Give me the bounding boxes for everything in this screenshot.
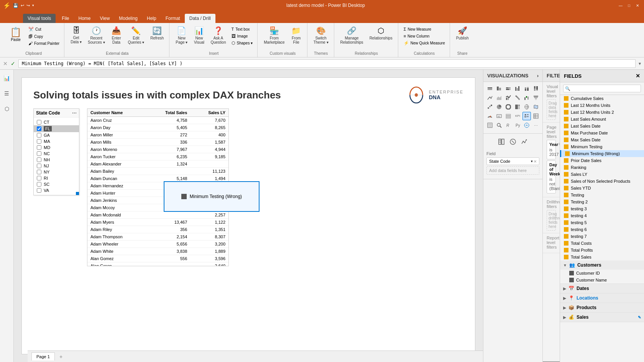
visual-level-drop-zone[interactable]: Drag data fields here	[547, 99, 556, 120]
field-item-last12months-units[interactable]: Last 12 Months Units	[560, 102, 644, 109]
drillthrough-drop-zone[interactable]: Drag drillthrough fields here	[547, 210, 556, 231]
fields-collapse-icon[interactable]: ✕	[636, 73, 640, 79]
tab-home[interactable]: Home	[74, 14, 95, 23]
field-item-testing6[interactable]: testing 6	[560, 226, 644, 233]
visual-tools-tab[interactable]: Visual tools	[23, 14, 56, 23]
viz-stacked-col-icon[interactable]	[522, 84, 531, 93]
slicer-item-fl[interactable]: FL	[34, 125, 79, 132]
shapes-btn[interactable]: ⬡ Shapes ▾	[230, 40, 255, 46]
field-item-testing2[interactable]: Testing 2	[560, 198, 644, 205]
field-item-testing4[interactable]: testing 4	[560, 212, 644, 219]
viz-card-icon[interactable]: 42	[495, 112, 503, 120]
field-chip-dropdown-icon[interactable]: ▾	[531, 159, 533, 163]
col-customer-name[interactable]: Customer Name	[87, 109, 147, 117]
viz-ribbon-icon[interactable]	[513, 93, 522, 102]
slicer-check-fl[interactable]	[37, 126, 41, 131]
viz-100pct-col-icon[interactable]	[532, 84, 540, 93]
new-visual-btn[interactable]: 📊 NewVisual	[191, 25, 207, 46]
field-item-minimum-testing[interactable]: Minimum Testing	[560, 143, 644, 150]
tab-format[interactable]: Format	[161, 14, 185, 23]
viz-matrix-icon[interactable]	[486, 121, 494, 129]
filter-chip-year[interactable]: Year ✕ is 2017	[547, 140, 556, 159]
quick-redo[interactable]: ↪	[26, 3, 30, 8]
field-item-minimum-testing-wrong[interactable]: Minimum Testing (Wrong)	[560, 150, 644, 157]
tab-help[interactable]: Help	[142, 14, 161, 23]
slicer-item-md[interactable]: MD	[34, 144, 79, 151]
viz-filled-map-icon[interactable]	[532, 103, 540, 111]
text-box-btn[interactable]: T Text box	[230, 26, 255, 32]
slicer-item-ri[interactable]: RI	[34, 175, 79, 181]
field-item-max-sales-date[interactable]: Max Sales Date	[560, 136, 644, 143]
slicer-check-nc[interactable]	[37, 151, 41, 156]
sidebar-data-icon[interactable]: ☰	[2, 88, 12, 99]
viz-python-icon[interactable]: Py	[513, 121, 522, 129]
viz-table-icon[interactable]	[532, 112, 540, 120]
field-group-sales-header[interactable]: ▶ 💰 Sales ✎	[560, 313, 644, 322]
viz-line-col-icon[interactable]	[504, 93, 513, 102]
slicer-check-ny[interactable]	[37, 170, 41, 174]
viz-stacked-bar-icon[interactable]	[486, 84, 494, 93]
field-item-sales-ly[interactable]: Sales LY	[560, 171, 644, 178]
field-item-testing5[interactable]: testing 5	[560, 219, 644, 226]
field-item-last12months-units2[interactable]: Last 12 Months Units 2	[560, 109, 644, 116]
col-sales-ly[interactable]: Sales LY	[190, 109, 228, 117]
slicer-check-md[interactable]	[37, 145, 41, 150]
maximize-btn[interactable]: □	[626, 2, 632, 9]
copy-btn[interactable]: 🗐 Copy	[27, 33, 61, 39]
viz-scatter-icon[interactable]	[486, 103, 494, 111]
field-group-products-header[interactable]: ▶ 📦 Products	[560, 303, 644, 312]
paste-btn[interactable]: 📋 Paste	[6, 25, 25, 44]
format-painter-btn[interactable]: 🖌 Format Painter	[27, 40, 61, 46]
add-page-btn[interactable]: +	[56, 352, 66, 361]
viz-arcgis-icon[interactable]	[522, 121, 531, 129]
tab-view[interactable]: View	[95, 14, 115, 23]
slicer-item-nh[interactable]: NH	[34, 157, 79, 163]
slicer-resize-handle[interactable]	[76, 192, 79, 195]
minimize-btn[interactable]: —	[617, 2, 624, 9]
sidebar-report-icon[interactable]: 📊	[2, 73, 12, 84]
formula-cancel-btn[interactable]: ✕	[3, 61, 8, 67]
field-item-sales-non-selected[interactable]: Sales of Non Selected Products	[560, 178, 644, 185]
field-item-customer-name[interactable]: Customer Name	[560, 277, 644, 283]
minimum-testing-chart[interactable]: Minimum Testing (Wrong)	[164, 181, 260, 212]
new-measure-btn[interactable]: Σ New Measure	[402, 26, 447, 32]
new-column-btn[interactable]: ≡ New Column	[402, 33, 447, 39]
switch-theme-btn[interactable]: 🎨 SwitchTheme ▾	[311, 25, 331, 46]
viz-gauge-icon[interactable]	[486, 112, 494, 120]
slicer-menu-icon[interactable]: ⋯	[72, 110, 77, 116]
from-file-btn[interactable]: 📁 FromFile	[289, 25, 304, 46]
new-quick-measure-btn[interactable]: ⚡ New Quick Measure	[402, 40, 447, 46]
viz-analytics-icon[interactable]	[520, 138, 529, 146]
slicer-check-ma[interactable]	[37, 139, 41, 144]
viz-clustered-col-icon[interactable]	[513, 84, 522, 93]
slicer-check-va[interactable]	[37, 188, 41, 193]
field-chip-remove-btn[interactable]: ✕	[534, 159, 537, 164]
viz-format-icon[interactable]	[509, 138, 517, 146]
field-item-cumulative-sales[interactable]: Cumulative Sales	[560, 95, 644, 102]
viz-area-icon[interactable]	[495, 93, 503, 102]
enter-data-btn[interactable]: 📥 EnterData	[109, 25, 124, 46]
field-item-total-profits[interactable]: Total Profits	[560, 247, 644, 254]
formula-confirm-btn[interactable]: ✓	[11, 61, 15, 67]
recent-sources-btn[interactable]: 🕐 RecentSources ▾	[85, 25, 107, 46]
page-tab-1[interactable]: Page 1	[31, 352, 55, 360]
refresh-btn[interactable]: 🔄 Refresh	[148, 25, 166, 42]
field-item-sales-ytd[interactable]: Sales YTD	[560, 185, 644, 192]
formula-input[interactable]	[18, 59, 636, 68]
fields-search-input[interactable]	[563, 85, 641, 92]
field-group-dates-header[interactable]: ▶ 📅 Dates	[560, 284, 644, 293]
slicer-item-nj[interactable]: NJ	[34, 163, 79, 169]
slicer-check-ri[interactable]	[37, 176, 41, 180]
viz-treemap-icon[interactable]	[513, 103, 522, 111]
viz-map-icon[interactable]	[522, 103, 531, 111]
filter-chip-dayofweek[interactable]: Day of Week ✕ is not (Blank)	[547, 161, 556, 193]
field-item-max-purchase-date[interactable]: Max Purchase Date	[560, 129, 644, 136]
slicer-item-sc[interactable]: SC	[34, 181, 79, 187]
close-btn[interactable]: ✕	[634, 2, 641, 9]
viz-donut-icon[interactable]	[504, 103, 513, 111]
relationships-btn[interactable]: ⬡ Relationships	[367, 25, 395, 42]
viz-more-icon[interactable]: ⋯	[532, 121, 540, 129]
new-page-btn[interactable]: 📄 NewPage ▾	[173, 25, 190, 46]
field-item-testing3[interactable]: testing 3	[560, 205, 644, 212]
publish-btn[interactable]: 🚀 Publish	[454, 25, 471, 42]
